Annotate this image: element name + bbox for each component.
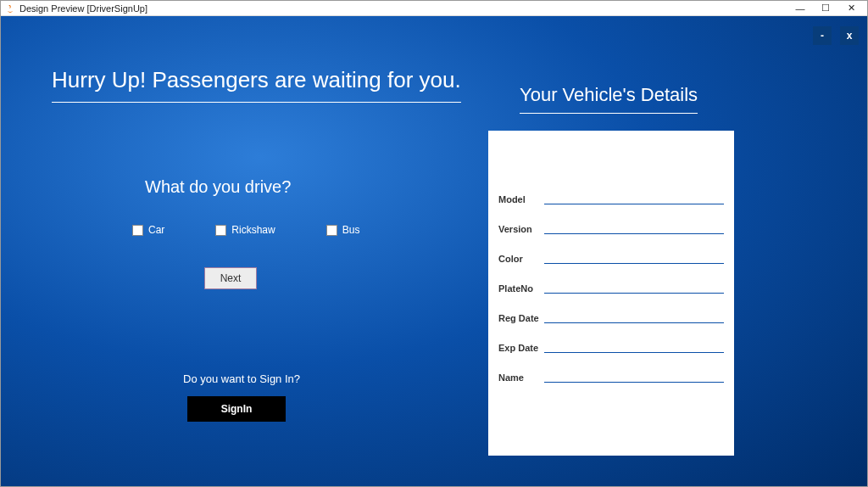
vehicle-type-question: What do you drive? — [145, 177, 291, 197]
expdate-row: Exp Date — [498, 339, 724, 353]
regdate-label: Reg Date — [498, 313, 541, 323]
model-row: Model — [498, 190, 724, 204]
signin-button[interactable]: SignIn — [187, 396, 286, 422]
titlebar: Design Preview [DriverSignUp] — ☐ ✕ — [1, 1, 867, 16]
content-area: - x Hurry Up! Passengers are waiting for… — [1, 16, 867, 486]
name-label: Name — [498, 372, 541, 383]
plateno-label: PlateNo — [498, 283, 541, 294]
vehicle-details-title: Your Vehicle's Details — [520, 84, 698, 114]
regdate-input[interactable] — [544, 309, 724, 323]
bus-checkbox-item[interactable]: Bus — [326, 224, 360, 236]
inner-window-controls: - x — [813, 26, 859, 45]
name-input[interactable] — [544, 368, 724, 383]
expdate-input[interactable] — [544, 339, 724, 353]
window: Design Preview [DriverSignUp] — ☐ ✕ - x … — [0, 0, 868, 487]
inner-minimize-button[interactable]: - — [813, 26, 832, 45]
headline: Hurry Up! Passengers are waiting for you… — [52, 67, 461, 103]
vehicle-type-checkboxes: Car Rickshaw Bus — [132, 224, 359, 236]
bus-label: Bus — [342, 224, 360, 236]
color-row: Color — [498, 249, 724, 264]
version-input[interactable] — [544, 220, 724, 234]
close-button[interactable]: ✕ — [838, 2, 864, 15]
version-row: Version — [498, 220, 724, 234]
rickshaw-label: Rickshaw — [231, 224, 275, 236]
regdate-row: Reg Date — [498, 309, 724, 323]
vehicle-details-panel: Model Version Color PlateNo Reg Date Exp… — [488, 131, 734, 456]
next-button[interactable]: Next — [204, 267, 257, 289]
window-title: Design Preview [DriverSignUp] — [19, 3, 787, 14]
inner-close-button[interactable]: x — [840, 26, 859, 45]
version-label: Version — [498, 224, 541, 234]
car-label: Car — [148, 224, 164, 236]
bus-checkbox[interactable] — [326, 225, 337, 236]
plateno-input[interactable] — [544, 279, 724, 294]
minimize-button[interactable]: — — [787, 2, 813, 15]
maximize-button[interactable]: ☐ — [813, 2, 838, 15]
car-checkbox-item[interactable]: Car — [132, 224, 164, 236]
model-label: Model — [498, 194, 541, 204]
signin-prompt: Do you want to Sign In? — [183, 372, 300, 385]
model-input[interactable] — [544, 190, 724, 204]
name-row: Name — [498, 368, 724, 383]
java-icon — [4, 3, 16, 14]
expdate-label: Exp Date — [498, 343, 541, 353]
color-input[interactable] — [544, 249, 724, 264]
rickshaw-checkbox[interactable] — [215, 225, 226, 236]
plateno-row: PlateNo — [498, 279, 724, 294]
color-label: Color — [498, 254, 541, 264]
car-checkbox[interactable] — [132, 225, 143, 236]
window-controls: — ☐ ✕ — [787, 2, 864, 15]
rickshaw-checkbox-item[interactable]: Rickshaw — [215, 224, 275, 236]
